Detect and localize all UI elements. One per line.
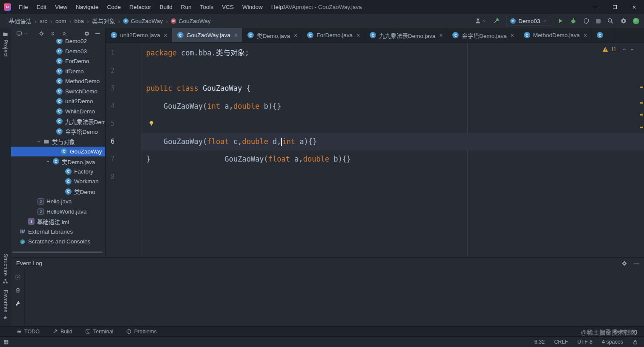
tab-jiujiu-demo[interactable]: 九九乘法表Demo.java × <box>365 28 447 42</box>
line-number[interactable]: 3 <box>106 80 141 98</box>
line-number[interactable]: 7 <box>106 150 141 168</box>
tree-item-jichuyufa-iml[interactable]: 基础语法.iml <box>11 217 105 227</box>
stop-button[interactable] <box>596 19 601 23</box>
breadcrumb-item-bba[interactable]: bba <box>75 18 84 24</box>
line-number[interactable]: 1 <box>106 44 141 62</box>
expand-all-icon[interactable] <box>50 31 56 37</box>
users-dropdown-button[interactable] <box>474 17 486 24</box>
toolwindow-structure-button[interactable]: Structure <box>3 254 9 284</box>
line-number[interactable]: 2 <box>106 62 141 80</box>
gear-icon[interactable] <box>84 31 90 37</box>
close-icon[interactable]: × <box>164 32 167 39</box>
tree-item-methoddemo[interactable]: MethodDemo <box>11 76 105 87</box>
menu-refactor[interactable]: Refactor <box>125 0 155 14</box>
gear-icon[interactable] <box>621 260 627 266</box>
intention-bulb-icon[interactable] <box>148 120 155 127</box>
tree-item-jiujiu-demo[interactable]: 九九乘法表Dem <box>11 116 105 127</box>
close-icon[interactable]: × <box>439 32 443 39</box>
line-number[interactable]: 5 <box>106 115 141 133</box>
toolwindow-project-button[interactable]: Project <box>3 32 9 57</box>
tree-item-leiyuduixiang-package[interactable]: 类与对象 <box>11 136 105 147</box>
tab-partial[interactable] <box>592 28 615 42</box>
caret-position[interactable]: 6:32 <box>535 339 545 345</box>
menu-view[interactable]: View <box>51 0 72 14</box>
line-number-current[interactable]: 6 <box>106 133 141 151</box>
tree-item-helloworld-java[interactable]: HelloWorld.java <box>11 207 105 217</box>
event-log-content[interactable] <box>25 269 644 326</box>
tree-item-demo02[interactable]: Demo02 <box>11 39 105 46</box>
tree-item-unit2demo[interactable]: unit2Demo <box>11 96 105 107</box>
toolwindow-terminal-button[interactable]: Terminal <box>85 329 113 335</box>
toolwindow-toggle-icon[interactable] <box>3 339 9 345</box>
file-encoding[interactable]: UTF-8 <box>578 339 592 345</box>
code-line[interactable]: package com.bba.类与对象; <box>141 44 644 62</box>
breadcrumb-item-package[interactable]: 类与对象 <box>92 17 115 25</box>
breadcrumb-item-src[interactable]: src <box>40 18 47 24</box>
tab-leidemo[interactable]: 类Demo.java × <box>242 28 302 42</box>
mark-all-read-icon[interactable] <box>15 274 21 280</box>
prev-problem-icon[interactable] <box>622 47 627 52</box>
code-line[interactable] <box>141 168 644 186</box>
tree-item-demo03[interactable]: Demo03 <box>11 46 105 57</box>
menu-run[interactable]: Run <box>177 0 196 14</box>
tree-item-whiledemo[interactable]: WhileDemo <box>11 107 105 117</box>
close-icon[interactable]: × <box>356 32 360 39</box>
run-button[interactable] <box>558 18 564 24</box>
breadcrumb-item-module[interactable]: 基础语法 <box>9 17 32 25</box>
line-number[interactable]: 4 <box>106 98 141 116</box>
clear-all-icon[interactable] <box>15 287 21 293</box>
debug-button[interactable] <box>570 17 577 24</box>
menu-build[interactable]: Build <box>155 0 177 14</box>
code-line[interactable] <box>141 62 644 80</box>
collapse-all-icon[interactable] <box>61 31 67 37</box>
maximize-button[interactable] <box>605 0 624 14</box>
tab-fordemo[interactable]: ForDemo.java × <box>302 28 365 42</box>
code-line[interactable]: public class GouZaoWay { <box>141 80 644 98</box>
breadcrumb-item-com[interactable]: com <box>55 18 66 24</box>
close-icon[interactable]: × <box>584 32 587 39</box>
menu-vcs[interactable]: VCS <box>218 0 238 14</box>
tree-item-factory[interactable]: Factory <box>11 167 105 177</box>
hide-panel-icon[interactable] <box>95 33 100 34</box>
project-view-selector[interactable] <box>16 31 28 37</box>
build-project-button[interactable] <box>493 17 500 24</box>
breadcrumb-item-method[interactable]: GouZaoWay <box>171 18 210 24</box>
search-everywhere-button[interactable] <box>607 17 614 24</box>
next-problem-icon[interactable] <box>630 47 635 52</box>
warning-mark[interactable] <box>640 102 643 104</box>
settings-wrench-icon[interactable] <box>15 301 21 307</box>
warning-mark[interactable] <box>640 114 643 116</box>
close-icon[interactable]: × <box>510 32 514 39</box>
line-number[interactable]: 8 <box>106 168 141 186</box>
editor[interactable]: 1 2 3 4 5 6 7 8 package com.bba.类与对象; <box>106 43 644 257</box>
menu-file[interactable]: File <box>14 0 32 14</box>
toolwindow-build-button[interactable]: Build <box>52 329 72 335</box>
tree-item-workman[interactable]: Workman <box>11 176 105 187</box>
plugin-status-button[interactable] <box>633 18 639 24</box>
tab-unit2demo[interactable]: unit2Demo.java × <box>106 28 172 42</box>
line-separator[interactable]: CRLF <box>554 339 568 345</box>
tree-item-gouzaoway[interactable]: GouZaoWay <box>11 147 105 157</box>
code-area[interactable]: package com.bba.类与对象; public class GouZa… <box>141 43 644 257</box>
minimize-button[interactable] <box>585 0 605 14</box>
menu-edit[interactable]: Edit <box>32 0 51 14</box>
toolwindow-favorites-button[interactable]: Favorites ★ <box>3 290 9 320</box>
tree-item-hello-java[interactable]: Hello.java <box>11 197 105 207</box>
warning-mark[interactable] <box>640 127 643 128</box>
tab-jinzita-demo[interactable]: 金字塔Demo.java × <box>447 28 518 42</box>
locate-file-icon[interactable] <box>38 31 44 37</box>
inspections-widget[interactable]: 11 <box>602 46 635 52</box>
menu-navigate[interactable]: Navigate <box>72 0 103 14</box>
indent-setting[interactable]: 4 spaces <box>602 339 623 345</box>
code-line[interactable]: } <box>141 150 644 168</box>
tree-item-fordemo[interactable]: ForDemo <box>11 56 105 67</box>
settings-button[interactable] <box>620 17 627 24</box>
code-line[interactable]: GouZaoWay(float a,double b){} <box>141 115 644 133</box>
run-with-coverage-button[interactable] <box>583 18 589 24</box>
tree-item-leidemo-java[interactable]: 类Demo.java <box>11 156 105 167</box>
code-line[interactable]: GouZaoWay(int a,double b){} <box>141 98 644 116</box>
error-stripe[interactable] <box>639 43 644 257</box>
menu-window[interactable]: Window <box>238 0 267 14</box>
toolwindow-todo-button[interactable]: TODO <box>16 329 40 335</box>
close-button[interactable]: × <box>624 0 644 14</box>
